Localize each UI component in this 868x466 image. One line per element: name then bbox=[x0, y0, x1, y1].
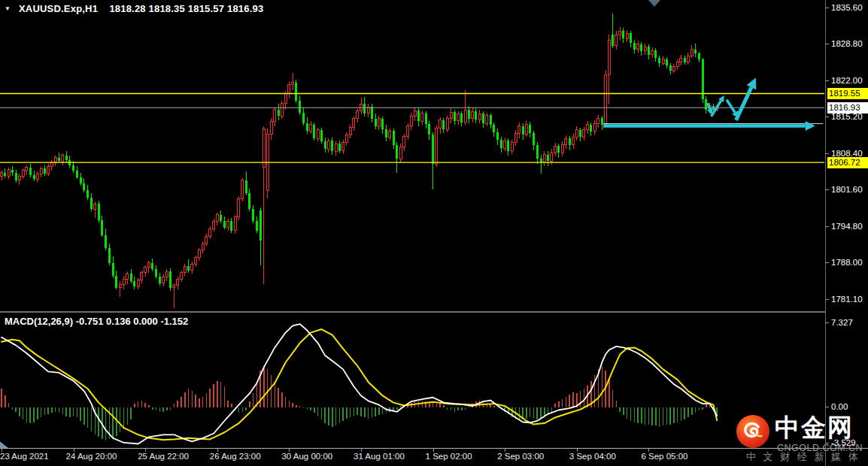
macd-indicator-canvas[interactable] bbox=[0, 313, 825, 448]
mt4-chart-window: ▼ XAUUSD.Exp,H1 1818.28 1818.35 1815.57 … bbox=[0, 0, 868, 466]
price-tick bbox=[825, 226, 829, 227]
zigzag-down-arrow[interactable] bbox=[727, 100, 735, 113]
price-axis[interactable]: 1835.601828.801822.001815.201808.401801.… bbox=[825, 0, 868, 466]
bear-candle-body bbox=[396, 145, 398, 159]
bear-candle-body bbox=[579, 130, 581, 137]
bear-candle-body bbox=[547, 155, 549, 162]
bull-candle-body bbox=[327, 141, 329, 149]
bull-candle-body bbox=[439, 120, 442, 129]
price-grid-label: 1815.20 bbox=[831, 112, 863, 122]
bear-candle-body bbox=[151, 263, 153, 270]
bear-candle-body bbox=[230, 221, 232, 231]
price-chart-canvas[interactable] bbox=[0, 0, 825, 311]
price-grid-label: 1828.80 bbox=[831, 39, 863, 49]
bull-candle-body bbox=[1, 173, 3, 176]
bull-candle-body bbox=[205, 236, 208, 244]
time-label: 3 Sep 04:00 bbox=[569, 452, 616, 461]
bull-candle-body bbox=[565, 138, 567, 145]
symbol-dropdown-icon[interactable]: ▼ bbox=[5, 5, 11, 12]
time-label: 31 Aug 01:00 bbox=[354, 452, 405, 461]
bear-candle-body bbox=[115, 276, 117, 288]
bear-candle-body bbox=[44, 168, 46, 174]
bull-candle-body bbox=[572, 137, 575, 145]
bear-candle-body bbox=[33, 175, 35, 180]
bear-candle-body bbox=[425, 113, 427, 124]
bear-candle-body bbox=[601, 118, 603, 125]
macd-axis-tick bbox=[825, 407, 829, 407]
bull-candle-body bbox=[615, 35, 618, 45]
bull-candle-body bbox=[690, 50, 693, 56]
bull-candle-body bbox=[198, 250, 200, 258]
panel-separator[interactable] bbox=[0, 311, 825, 313]
price-tick bbox=[825, 116, 829, 117]
bear-candle-body bbox=[490, 115, 492, 125]
bull-candle-body bbox=[274, 110, 276, 122]
time-label: 1 Sep 02:00 bbox=[426, 452, 472, 461]
bear-candle-body bbox=[468, 110, 470, 118]
bull-candle-body bbox=[345, 135, 348, 142]
bull-candle-body bbox=[525, 125, 527, 135]
bull-candle-body bbox=[407, 126, 409, 137]
bull-candle-body bbox=[191, 264, 193, 271]
bear-candle-body bbox=[417, 110, 420, 121]
bear-candle-body bbox=[105, 235, 107, 248]
bull-candle-body bbox=[353, 119, 355, 127]
bear-candle-body bbox=[375, 119, 377, 127]
bear-candle-body bbox=[460, 113, 463, 122]
bear-candle-body bbox=[245, 180, 247, 193]
bear-candle-body bbox=[306, 123, 308, 131]
bull-candle-body bbox=[403, 136, 405, 147]
resistance-line-price-tag: 1819.55 bbox=[827, 88, 868, 99]
bullish-forecast-arrow[interactable] bbox=[736, 87, 751, 120]
bear-candle-body bbox=[569, 138, 571, 145]
bull-candle-body bbox=[292, 83, 294, 85]
bear-candle-body bbox=[482, 113, 484, 123]
bear-candle-body bbox=[496, 132, 499, 141]
price-tick bbox=[825, 189, 829, 190]
bear-candle-body bbox=[83, 183, 85, 190]
bull-candle-body bbox=[241, 180, 244, 198]
price-tick bbox=[825, 299, 829, 300]
bull-candle-body bbox=[94, 204, 96, 209]
bull-candle-body bbox=[543, 155, 545, 162]
bull-candle-body bbox=[137, 280, 139, 287]
bear-candle-body bbox=[15, 173, 17, 180]
bear-candle-body bbox=[169, 271, 171, 287]
bull-candle-body bbox=[177, 279, 179, 286]
bear-candle-body bbox=[540, 159, 542, 162]
bull-candle-body bbox=[446, 119, 448, 129]
bull-candle-body bbox=[144, 267, 147, 272]
bull-candle-body bbox=[551, 153, 553, 161]
bull-candle-body bbox=[464, 110, 466, 122]
current-price-tag: 1816.93 bbox=[827, 102, 868, 113]
bull-candle-body bbox=[284, 93, 287, 103]
bull-candle-body bbox=[216, 215, 218, 222]
time-axis[interactable]: 23 Aug 202124 Aug 20:0025 Aug 22:0026 Au… bbox=[0, 449, 868, 466]
bear-candle-body bbox=[324, 141, 326, 149]
bear-candle-body bbox=[500, 140, 502, 148]
bull-candle-body bbox=[587, 125, 589, 130]
symbol-timeframe-label: XAUUSD.Exp,H1 bbox=[19, 3, 98, 14]
bull-candle-body bbox=[514, 134, 517, 142]
bear-candle-body bbox=[313, 125, 315, 139]
price-tick bbox=[825, 262, 829, 263]
chart-title: ▼ XAUUSD.Exp,H1 1818.28 1818.35 1815.57 … bbox=[5, 3, 263, 14]
macd-axis-label: 7.327 bbox=[831, 318, 853, 328]
bear-candle-body bbox=[187, 266, 190, 271]
bear-candle-body bbox=[666, 59, 668, 66]
bull-candle-body bbox=[126, 274, 129, 279]
bull-candle-body bbox=[680, 58, 682, 62]
bull-candle-body bbox=[234, 216, 236, 231]
bull-candle-body bbox=[310, 125, 312, 132]
bull-candle-body bbox=[472, 111, 474, 118]
bull-candle-body bbox=[288, 85, 290, 93]
bull-candle-body bbox=[651, 50, 654, 55]
scroll-marker-icon[interactable] bbox=[0, 442, 8, 449]
time-label: 30 Aug 00:00 bbox=[281, 452, 332, 461]
bull-candle-body bbox=[202, 244, 204, 250]
bear-candle-body bbox=[248, 193, 250, 209]
bull-candle-body bbox=[47, 166, 50, 174]
bear-candle-body bbox=[112, 263, 114, 276]
bull-candle-body bbox=[378, 119, 380, 127]
bull-candle-body bbox=[389, 131, 391, 138]
